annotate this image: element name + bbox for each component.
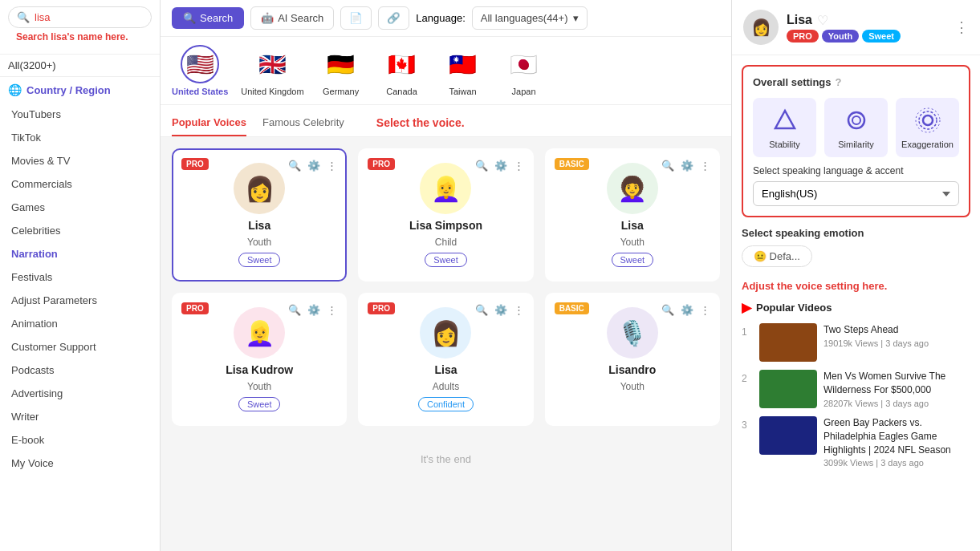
sidebar-item-e-book[interactable]: E-book — [0, 428, 160, 452]
voice-tag: Sweet — [238, 397, 281, 411]
sidebar-item-writer[interactable]: Writer — [0, 405, 160, 428]
settings-voice-btn[interactable]: ⚙️ — [493, 302, 509, 318]
exaggeration-icon — [913, 106, 942, 135]
link-button[interactable]: 🔗 — [378, 6, 409, 30]
tags-row: PRO Youth Sweet — [787, 30, 901, 43]
search-voice-btn[interactable]: 🔍 — [660, 158, 676, 173]
settings-voice-btn[interactable]: ⚙️ — [679, 158, 695, 173]
tab-popular-voices[interactable]: Popular Voices — [172, 111, 246, 136]
settings-voice-btn[interactable]: ⚙️ — [306, 158, 322, 173]
flag-label-united-states: United States — [172, 87, 228, 96]
search-box[interactable]: 🔍 — [8, 6, 152, 28]
sidebar-item-youtubers[interactable]: YouTubers — [0, 103, 160, 126]
doc-button[interactable]: 📄 — [340, 6, 372, 30]
voice-tag: Sweet — [425, 253, 467, 267]
settings-voice-btn[interactable]: ⚙️ — [679, 302, 695, 318]
flag-canada[interactable]: 🇨🇦Canada — [378, 45, 426, 96]
language-value: All languages(44+) — [481, 12, 568, 24]
ai-search-button[interactable]: 🤖 AI Search — [250, 6, 334, 30]
search-input[interactable] — [35, 11, 99, 23]
voice-avatar: 👱‍♀️ — [420, 163, 471, 214]
flag-taiwan[interactable]: 🇹🇼Taiwan — [439, 45, 487, 96]
language-label: Language: — [416, 12, 465, 24]
video-item[interactable]: 3Green Bay Packers vs. Philadelphia Eagl… — [742, 416, 970, 468]
emotion-button[interactable]: 😐 Defa... — [742, 245, 812, 267]
video-info: Two Steps Ahead19019k Views | 3 days ago — [823, 323, 970, 348]
search-voice-btn[interactable]: 🔍 — [474, 158, 490, 173]
search-voice-btn[interactable]: 🔍 — [287, 302, 303, 318]
sidebar-item-narration[interactable]: Narration — [0, 242, 160, 265]
more-voice-btn[interactable]: ⋮ — [698, 158, 712, 173]
sidebar-item-my-voice[interactable]: My Voice — [0, 452, 160, 475]
voice-card-lisa[interactable]: BASIC🔍⚙️⋮👩‍🦱LisaYouthSweet — [545, 148, 720, 282]
svg-point-1 — [848, 112, 864, 128]
sidebar-item-festivals[interactable]: Festivals — [0, 265, 160, 289]
badge-basic: BASIC — [555, 158, 589, 170]
voice-avatar-main: 👩 — [743, 10, 779, 45]
more-options-button[interactable]: ⋮ — [954, 18, 969, 36]
sidebar-item-tiktok[interactable]: TikTok — [0, 126, 160, 149]
more-voice-btn[interactable]: ⋮ — [512, 158, 526, 173]
flag-japan[interactable]: 🇯🇵Japan — [500, 45, 548, 96]
voice-name-label: Lisandro — [608, 363, 656, 376]
voice-card-lisa[interactable]: PRO🔍⚙️⋮👩LisaAdultsConfident — [358, 293, 533, 426]
video-meta: 3099k Views | 3 days ago — [823, 458, 970, 468]
search-hint: Search lisa's name here. — [8, 28, 152, 47]
sidebar-item-movies--tv[interactable]: Movies & TV — [0, 149, 160, 172]
svg-point-2 — [852, 116, 860, 124]
sidebar-item-celebrities[interactable]: Celebrities — [0, 219, 160, 242]
flag-germany[interactable]: 🇩🇪Germany — [317, 45, 365, 96]
setting-stability[interactable]: Stability — [753, 98, 816, 157]
sidebar-item-advertising[interactable]: Advertising — [0, 382, 160, 405]
voice-card-lisa-simpson[interactable]: PRO🔍⚙️⋮👱‍♀️Lisa SimpsonChildSweet — [358, 148, 533, 282]
search-voice-btn[interactable]: 🔍 — [474, 302, 490, 318]
voice-tabs: Popular VoicesFamous Celebrity Select th… — [161, 105, 731, 137]
language-accent-select[interactable]: English(US) English(UK) Spanish — [753, 181, 959, 206]
more-voice-btn[interactable]: ⋮ — [698, 302, 712, 318]
voice-avatar: 🎙️ — [607, 307, 658, 359]
voice-age-label: Child — [435, 237, 457, 248]
adjust-hint: Adjust the voice setting here. — [732, 275, 980, 300]
video-item[interactable]: 1Two Steps Ahead19019k Views | 3 days ag… — [742, 323, 970, 362]
settings-voice-btn[interactable]: ⚙️ — [306, 302, 322, 318]
flag-united-states[interactable]: 🇺🇸United States — [172, 45, 228, 96]
video-title: Green Bay Packers vs. Philadelphia Eagle… — [823, 416, 970, 456]
voice-card-lisa-kudrow[interactable]: PRO🔍⚙️⋮👱‍♀️Lisa KudrowYouthSweet — [172, 293, 347, 426]
voice-tag: Sweet — [612, 253, 654, 267]
voice-card-lisandro[interactable]: BASIC🔍⚙️⋮🎙️LisandroYouth — [545, 293, 720, 426]
popular-title-text: Popular Videos — [756, 302, 832, 314]
help-icon[interactable]: ? — [836, 76, 842, 88]
flag-circle-united-states: 🇺🇸 — [181, 45, 219, 83]
badge-pro: PRO — [181, 302, 209, 314]
more-voice-btn[interactable]: ⋮ — [325, 158, 339, 173]
sidebar-item-customer-support[interactable]: Customer Support — [0, 335, 160, 359]
flag-united-kingdom[interactable]: 🇬🇧United Kingdom — [241, 45, 303, 96]
card-actions: 🔍⚙️⋮ — [287, 302, 339, 318]
more-voice-btn[interactable]: ⋮ — [325, 302, 339, 318]
voice-card-lisa[interactable]: PRO🔍⚙️⋮👩LisaYouthSweet — [172, 148, 347, 282]
sidebar-item-animation[interactable]: Animation — [0, 312, 160, 335]
settings-title-text: Overall settings — [753, 76, 832, 88]
video-item[interactable]: 2Men Vs Women Survive The Wilderness For… — [742, 370, 970, 408]
flag-circle-japan: 🇯🇵 — [505, 45, 543, 83]
settings-voice-btn[interactable]: ⚙️ — [493, 158, 509, 173]
voice-header: 👩 Lisa ♡ PRO Youth Sweet ⋮ — [732, 0, 980, 55]
setting-similarity[interactable]: Similarity — [824, 98, 888, 157]
search-button[interactable]: 🔍 Search — [172, 7, 244, 29]
tab-famous-celebrity[interactable]: Famous Celebrity — [262, 111, 344, 136]
voice-name-label: Lisa Kudrow — [226, 363, 293, 376]
sidebar-item-commercials[interactable]: Commercials — [0, 172, 160, 196]
ai-icon: 🤖 — [261, 12, 274, 24]
country-region-header[interactable]: 🌐 Country / Region — [0, 77, 160, 103]
voice-age-label: Youth — [620, 237, 645, 248]
language-selector[interactable]: All languages(44+) ▾ — [472, 6, 588, 30]
search-voice-btn[interactable]: 🔍 — [660, 302, 676, 318]
sidebar-item-podcasts[interactable]: Podcasts — [0, 359, 160, 382]
sidebar-item-adjust-parameters[interactable]: Adjust Parameters — [0, 289, 160, 312]
sidebar-item-games[interactable]: Games — [0, 196, 160, 219]
heart-icon[interactable]: ♡ — [817, 13, 828, 28]
setting-exaggeration[interactable]: Exaggeration — [896, 98, 959, 157]
search-voice-btn[interactable]: 🔍 — [287, 158, 303, 173]
more-voice-btn[interactable]: ⋮ — [512, 302, 526, 318]
all-count[interactable]: All(3200+) — [0, 55, 160, 77]
